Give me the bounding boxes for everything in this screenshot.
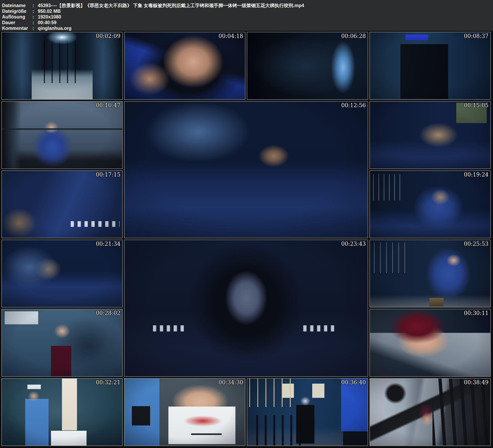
video-thumbnail: 00:19:24 <box>370 170 491 238</box>
field-separator: : <box>33 20 38 25</box>
timestamp-overlay: 00:10:47 <box>96 102 121 108</box>
timestamp-overlay: 00:17:15 <box>96 171 121 178</box>
file-info-row: Dateigröße : 950.02 MB <box>2 8 493 14</box>
video-thumbnail-large: 00:23:43 <box>124 240 368 377</box>
field-label: Kommentar <box>2 25 33 31</box>
field-separator: : <box>33 25 38 31</box>
file-info-row: Dauer : 00:40:59 <box>2 20 493 25</box>
duration-value: 00:40:59 <box>38 20 493 25</box>
timestamp-overlay: 00:23:43 <box>341 241 366 247</box>
timestamp-overlay: 00:15:05 <box>464 102 489 108</box>
video-thumbnail: 00:30:11 <box>370 309 491 377</box>
field-separator: : <box>33 14 38 20</box>
field-label: Dateiname <box>2 3 33 8</box>
timestamp-overlay: 00:06:28 <box>341 33 366 39</box>
video-thumbnail: 00:04:18 <box>124 32 245 100</box>
contact-sheet-page: { "header": { "colon": ":", "fields": [ … <box>0 0 493 448</box>
field-label: Auflösung <box>2 14 33 20</box>
file-info-row: Dateiname : 45393----【胜景影视】《罪恶女老大不归路》 下集… <box>2 3 493 8</box>
timestamp-overlay: 00:30:11 <box>464 310 489 316</box>
video-thumbnail: 00:15:05 <box>370 101 491 169</box>
timestamp-overlay: 00:02:09 <box>96 33 121 39</box>
video-thumbnail: 00:32:21 <box>1 378 123 446</box>
video-thumbnail: 00:06:28 <box>247 32 368 100</box>
video-thumbnail: 00:38:49 <box>370 378 491 446</box>
video-thumbnail: 00:17:15 <box>1 170 123 238</box>
video-thumbnail: 00:02:09 <box>1 32 123 100</box>
timestamp-overlay: 00:25:53 <box>464 241 489 247</box>
contact-sheet-grid: 00:02:09 00:04:18 00:06:28 00:08:37 00:1… <box>0 31 493 448</box>
video-thumbnail: 00:34:30 <box>124 378 245 446</box>
video-thumbnail: 00:21:34 <box>1 240 123 307</box>
field-separator: : <box>33 3 38 8</box>
resolution-value: 1920x1080 <box>38 14 493 20</box>
timestamp-overlay: 00:19:24 <box>464 171 489 178</box>
file-info-row: Auflösung : 1920x1080 <box>2 14 493 20</box>
filesize-value: 950.02 MB <box>38 8 493 14</box>
timestamp-overlay: 00:12:56 <box>341 102 366 108</box>
video-thumbnail-large: 00:12:56 <box>124 101 368 238</box>
timestamp-overlay: 00:28:02 <box>96 310 121 316</box>
filename-value: 45393----【胜景影视】《罪恶女老大不归路》 下集 女毒贩被判死刑后戴上工… <box>38 3 493 8</box>
video-thumbnail: 00:08:37 <box>370 32 491 100</box>
timestamp-overlay: 00:04:18 <box>219 33 243 39</box>
file-info-header: Dateiname : 45393----【胜景影视】《罪恶女老大不归路》 下集… <box>0 0 493 31</box>
file-info-row: Kommentar : qinglanhua.org <box>2 25 493 31</box>
video-thumbnail: 00:36:40 <box>247 378 368 446</box>
timestamp-overlay: 00:34:30 <box>219 379 243 385</box>
video-thumbnail: 00:10:47 <box>1 101 123 169</box>
comment-value: qinglanhua.org <box>38 25 493 31</box>
field-label: Dateigröße <box>2 8 33 14</box>
timestamp-overlay: 00:08:37 <box>464 33 489 39</box>
video-thumbnail: 00:28:02 <box>1 309 123 377</box>
timestamp-overlay: 00:38:49 <box>464 379 489 385</box>
video-thumbnail: 00:25:53 <box>370 240 491 307</box>
field-label: Dauer <box>2 20 33 25</box>
timestamp-overlay: 00:36:40 <box>341 379 366 385</box>
field-separator: : <box>33 8 38 14</box>
timestamp-overlay: 00:21:34 <box>96 241 121 247</box>
timestamp-overlay: 00:32:21 <box>96 379 121 385</box>
